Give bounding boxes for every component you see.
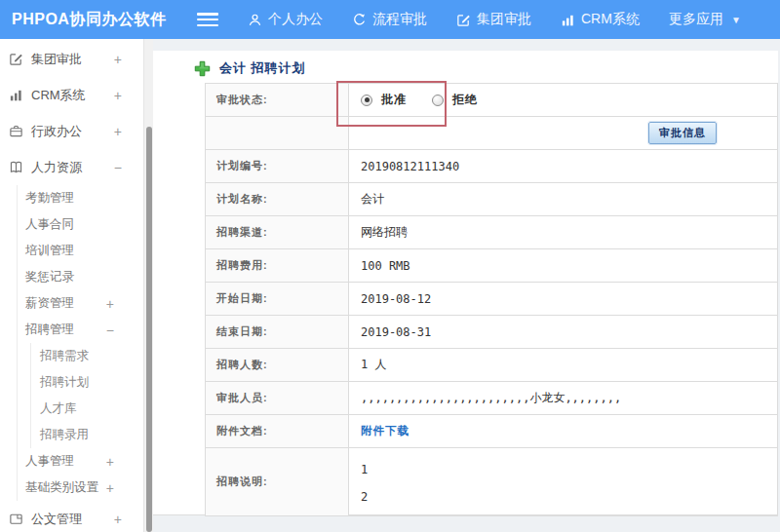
field-value: 20190812111340 bbox=[349, 150, 778, 183]
approval-form-table: 审批状态: 批准 拒绝 审批信息 计划编号: bbox=[205, 83, 778, 516]
field-label: 招聘渠道: bbox=[206, 216, 349, 249]
sidebar-item-training[interactable]: 培训管理 bbox=[18, 238, 143, 264]
approval-info-button[interactable]: 审批信息 bbox=[648, 122, 717, 144]
form-row-description: 招聘说明: 1 2 bbox=[206, 448, 778, 516]
nav-more-apps[interactable]: 更多应用 ▼ bbox=[669, 11, 741, 28]
recruit-submenu: 招聘需求 招聘计划 人才库 招聘录用 bbox=[30, 343, 143, 448]
edit-icon bbox=[456, 13, 471, 27]
main-content-area: 会计 招聘计划 审批状态: 批准 拒绝 审批信息 bbox=[153, 39, 780, 532]
expand-icon[interactable]: + bbox=[114, 124, 122, 139]
sidebar-item-recruit-mgmt[interactable]: 招聘管理 − bbox=[18, 317, 143, 343]
briefcase-icon bbox=[9, 124, 23, 138]
collapse-icon[interactable]: − bbox=[114, 160, 122, 175]
form-row-end-date: 结束日期: 2019-08-31 bbox=[206, 316, 778, 349]
sidebar-item-label: 招聘计划 bbox=[40, 374, 89, 391]
field-value: 2019-08-12 bbox=[349, 283, 778, 316]
description-line: 1 bbox=[361, 456, 777, 483]
sidebar-item-label: 人才库 bbox=[40, 400, 77, 417]
field-label: 计划名称: bbox=[206, 183, 349, 216]
sidebar-item-official-docs[interactable]: 公文管理 + bbox=[0, 501, 143, 532]
expand-icon[interactable]: + bbox=[114, 52, 122, 67]
radio-reject[interactable] bbox=[432, 95, 444, 106]
field-value: 会计 bbox=[349, 183, 778, 216]
expand-icon[interactable]: + bbox=[106, 454, 114, 470]
page-title: 会计 招聘计划 bbox=[219, 59, 306, 77]
sidebar-item-recruit-hire[interactable]: 招聘录用 bbox=[31, 422, 143, 448]
sidebar-item-label: 薪资管理 bbox=[25, 295, 74, 312]
expand-icon[interactable]: + bbox=[114, 512, 122, 527]
form-row-approval-info: 审批信息 bbox=[206, 117, 778, 150]
nav-crm-system[interactable]: CRM系统 bbox=[561, 11, 640, 28]
radio-reject-label: 拒绝 bbox=[452, 92, 478, 108]
nav-label: CRM系统 bbox=[581, 11, 640, 28]
hamburger-menu-icon[interactable] bbox=[197, 13, 218, 26]
sidebar-item-recruit-demand[interactable]: 招聘需求 bbox=[31, 343, 143, 369]
sidebar-item-talent-pool[interactable]: 人才库 bbox=[31, 396, 143, 422]
nav-process-approval[interactable]: 流程审批 bbox=[352, 11, 427, 28]
sidebar-scrollbar-thumb[interactable] bbox=[146, 127, 152, 532]
sidebar-scrollbar-track[interactable] bbox=[143, 39, 153, 532]
approval-radio-group: 批准 拒绝 bbox=[361, 92, 777, 108]
sidebar-item-salary[interactable]: 薪资管理 + bbox=[18, 290, 143, 317]
hr-submenu: 考勤管理 人事合同 培训管理 奖惩记录 薪资管理 + 招聘管理 − 招聘需求 招… bbox=[17, 185, 143, 501]
sidebar-item-human-resources[interactable]: 人力资源 − bbox=[0, 149, 143, 185]
sidebar-item-label: 人事合同 bbox=[25, 216, 74, 233]
attachment-download-link[interactable]: 附件下载 bbox=[361, 424, 410, 437]
process-icon bbox=[352, 13, 367, 27]
form-row-approvers: 审批人员: ,,,,,,,,,,,,,,,,,,,,,,,,小龙女,,,,,,,… bbox=[206, 382, 778, 415]
top-header-bar: PHPOA协同办公软件 个人办公 流程审批 集团审批 bbox=[0, 0, 780, 39]
page-header: 会计 招聘计划 bbox=[153, 51, 778, 77]
nav-personal-office[interactable]: 个人办公 bbox=[248, 11, 323, 28]
sidebar-item-label: 培训管理 bbox=[25, 243, 74, 259]
nav-group-approval[interactable]: 集团审批 bbox=[456, 11, 531, 28]
sidebar-item-label: 人力资源 bbox=[31, 159, 82, 176]
form-row-headcount: 招聘人数: 1 人 bbox=[206, 349, 778, 382]
plus-icon bbox=[194, 60, 211, 77]
sidebar-item-base-category[interactable]: 基础类别设置 + bbox=[18, 475, 143, 501]
field-value: 2019-08-31 bbox=[349, 316, 778, 349]
bar-chart-icon bbox=[561, 13, 575, 27]
form-row-recruit-cost: 招聘费用: 100 RMB bbox=[206, 249, 778, 283]
sidebar-item-rewards[interactable]: 奖惩记录 bbox=[18, 264, 143, 290]
field-label: 招聘费用: bbox=[206, 249, 349, 283]
sidebar-item-recruit-plan[interactable]: 招聘计划 bbox=[31, 369, 143, 396]
nav-label: 流程审批 bbox=[372, 11, 427, 28]
caret-down-icon: ▼ bbox=[731, 15, 741, 25]
sidebar-item-admin-office[interactable]: 行政办公 + bbox=[0, 113, 143, 149]
sidebar-item-group-approval[interactable]: 集团审批 + bbox=[0, 41, 143, 77]
sidebar-item-label: 招聘需求 bbox=[40, 348, 89, 364]
empty-label-cell bbox=[206, 117, 349, 150]
field-label: 审批状态: bbox=[206, 84, 349, 117]
radio-approve-label: 批准 bbox=[381, 92, 407, 108]
field-label: 结束日期: bbox=[206, 316, 349, 349]
nav-label: 集团审批 bbox=[477, 11, 531, 28]
sidebar-item-label: 考勤管理 bbox=[25, 190, 74, 207]
field-label: 开始日期: bbox=[206, 283, 349, 316]
field-value: 100 RMB bbox=[349, 249, 778, 283]
app-title: PHPOA协同办公软件 bbox=[0, 10, 176, 30]
bar-chart-icon bbox=[9, 88, 23, 102]
edit-icon bbox=[9, 52, 23, 66]
top-nav: 个人办公 流程审批 集团审批 CRM系统 更多应用 bbox=[248, 11, 770, 28]
sidebar-item-attendance[interactable]: 考勤管理 bbox=[18, 185, 143, 211]
sidebar-item-label: 公文管理 bbox=[31, 511, 82, 528]
document-icon bbox=[9, 512, 23, 526]
sidebar-item-hr-contract[interactable]: 人事合同 bbox=[18, 211, 143, 238]
expand-icon[interactable]: + bbox=[114, 88, 122, 103]
form-row-plan-number: 计划编号: 20190812111340 bbox=[206, 150, 778, 183]
field-label: 招聘说明: bbox=[206, 448, 349, 516]
form-row-plan-name: 计划名称: 会计 bbox=[206, 183, 778, 216]
sidebar-item-label: CRM系统 bbox=[31, 87, 86, 104]
sidebar-item-personnel-mgmt[interactable]: 人事管理 + bbox=[18, 448, 143, 475]
person-icon bbox=[248, 13, 262, 27]
sidebar-item-label: 基础类别设置 bbox=[25, 479, 98, 496]
field-label: 附件文档: bbox=[206, 415, 349, 448]
expand-icon[interactable]: + bbox=[106, 480, 114, 496]
expand-icon[interactable]: + bbox=[106, 296, 114, 312]
sidebar-item-crm[interactable]: CRM系统 + bbox=[0, 77, 143, 113]
sidebar-item-label: 集团审批 bbox=[31, 51, 82, 68]
radio-approve[interactable] bbox=[361, 95, 372, 106]
collapse-icon[interactable]: − bbox=[106, 323, 114, 338]
form-row-attachment: 附件文档: 附件下载 bbox=[206, 415, 778, 448]
book-icon bbox=[9, 160, 23, 174]
